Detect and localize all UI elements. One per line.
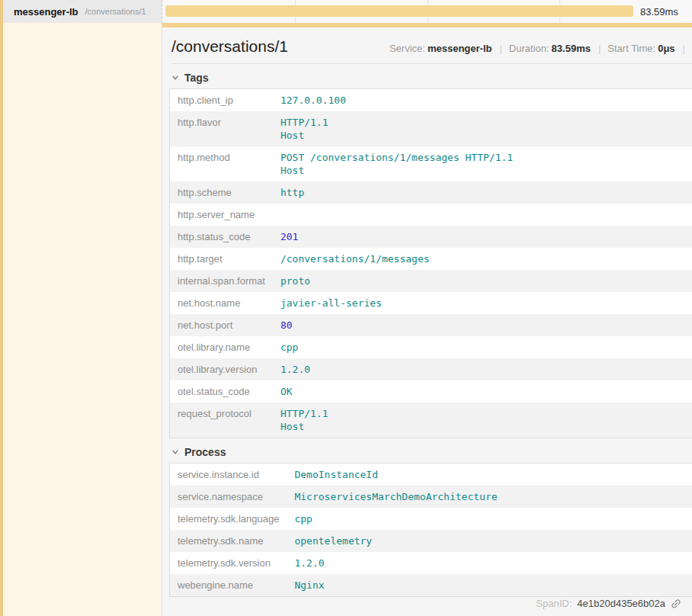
kv-key: service.namespace bbox=[170, 486, 287, 508]
kv-value: 80 bbox=[273, 314, 692, 336]
kv-value: proto bbox=[273, 270, 692, 292]
process-table: service.instance.idDemoInstanceIdservice… bbox=[169, 463, 692, 597]
tags-table: http.client_ip127.0.0.100http.flavorHTTP… bbox=[169, 88, 692, 438]
kv-value: opentelemetry bbox=[287, 530, 692, 552]
kv-key: service.instance.id bbox=[170, 464, 287, 486]
kv-key: otel.library.name bbox=[170, 336, 273, 358]
kv-key: http.method bbox=[170, 146, 273, 181]
span-detail-panel: /conversations/1 Service:messenger-lb|Du… bbox=[162, 23, 692, 616]
kv-value: Nginx bbox=[287, 574, 692, 597]
kv-key: telemetry.sdk.language bbox=[170, 508, 287, 530]
section-title: Process bbox=[184, 446, 226, 458]
kv-row: http.methodPOST /conversations/1/message… bbox=[170, 146, 692, 181]
kv-value: HTTP/1.1 Host bbox=[273, 403, 692, 438]
spanid-label: SpanID: bbox=[536, 598, 572, 609]
meta-separator: | bbox=[499, 43, 501, 54]
detail-body: /conversations/1 Service:messenger-lb|Du… bbox=[0, 23, 692, 616]
deep-link-icon[interactable] bbox=[671, 598, 681, 609]
kv-key: webengine.name bbox=[170, 574, 287, 597]
operation-name: /conversations/1 bbox=[85, 7, 146, 16]
kv-key: http.client_ip bbox=[170, 89, 273, 112]
kv-row: service.namespaceMicroservicesMarchDemoA… bbox=[170, 486, 692, 508]
kv-row: webengine.nameNginx bbox=[170, 574, 692, 597]
kv-key: telemetry.sdk.version bbox=[170, 552, 287, 574]
kv-row: otel.library.version1.2.0 bbox=[170, 358, 692, 380]
kv-row: http.flavorHTTP/1.1 Host bbox=[170, 111, 692, 146]
kv-row: telemetry.sdk.languagecpp bbox=[170, 508, 692, 530]
kv-key: http.target bbox=[170, 248, 273, 270]
kv-key: http.scheme bbox=[170, 181, 273, 204]
kv-value: 127.0.0.100 bbox=[273, 89, 692, 112]
kv-row: http.client_ip127.0.0.100 bbox=[170, 89, 692, 112]
kv-row: telemetry.sdk.version1.2.0 bbox=[170, 552, 692, 574]
kv-row: http.target/conversations/1/messages bbox=[170, 248, 692, 270]
service-name: messenger-lb bbox=[14, 6, 78, 18]
kv-row: otel.status_codeOK bbox=[170, 380, 692, 403]
detail-header: /conversations/1 Service:messenger-lb|Du… bbox=[162, 27, 692, 56]
meta-label: Start Time: bbox=[607, 43, 655, 54]
kv-row: net.host.port80 bbox=[170, 314, 692, 336]
chevron-down-icon bbox=[171, 448, 179, 456]
span-name-column bbox=[0, 23, 162, 616]
span-row: messenger-lb /conversations/1 83.59ms bbox=[0, 0, 692, 23]
kv-key: net.host.port bbox=[170, 314, 273, 336]
meta-value: 0μs bbox=[658, 43, 674, 54]
kv-value: MicroservicesMarchDemoArchitecture bbox=[287, 486, 692, 508]
kv-value: cpp bbox=[273, 336, 692, 358]
meta-value: messenger-lb bbox=[428, 43, 492, 54]
kv-key: net.host.name bbox=[170, 292, 273, 314]
span-row-header[interactable]: messenger-lb /conversations/1 bbox=[0, 0, 162, 23]
kv-row: http.server_name bbox=[170, 204, 692, 226]
kv-key: otel.library.version bbox=[170, 358, 273, 380]
kv-value bbox=[273, 204, 692, 226]
kv-key: http.server_name bbox=[170, 204, 273, 226]
spanid-value: 4e1b20d435e6b02a bbox=[577, 598, 665, 609]
kv-value: http bbox=[273, 181, 692, 204]
section-header-tags[interactable]: Tags bbox=[171, 72, 692, 84]
kv-row: net.host.namejavier-all-series bbox=[170, 292, 692, 314]
kv-key: telemetry.sdk.name bbox=[170, 530, 287, 552]
kv-row: otel.library.namecpp bbox=[170, 336, 692, 358]
kv-value: OK bbox=[273, 380, 692, 403]
trace-detail-view: messenger-lb /conversations/1 83.59ms /c… bbox=[0, 0, 692, 616]
kv-row: http.schemehttp bbox=[170, 181, 692, 204]
kv-value: HTTP/1.1 Host bbox=[273, 111, 692, 146]
meta-label: Duration: bbox=[509, 43, 549, 54]
kv-value: DemoInstanceId bbox=[287, 464, 692, 486]
kv-value: javier-all-series bbox=[273, 292, 692, 314]
header-divider bbox=[171, 63, 692, 64]
kv-value: /conversations/1/messages bbox=[273, 248, 692, 270]
kv-key: http.status_code bbox=[170, 226, 273, 248]
kv-row: http.status_code201 bbox=[170, 226, 692, 248]
kv-row: service.instance.idDemoInstanceId bbox=[170, 464, 692, 486]
kv-value: cpp bbox=[287, 508, 692, 530]
section-header-process[interactable]: Process bbox=[171, 446, 692, 458]
kv-row: telemetry.sdk.nameopentelemetry bbox=[170, 530, 692, 552]
kv-key: http.flavor bbox=[170, 111, 273, 146]
chevron-down-icon bbox=[171, 74, 179, 82]
kv-row: request_protocolHTTP/1.1 Host bbox=[170, 403, 692, 438]
kv-key: otel.status_code bbox=[170, 380, 273, 403]
kv-value: 1.2.0 bbox=[273, 358, 692, 380]
kv-row: internal.span.formatproto bbox=[170, 270, 692, 292]
meta-separator: | bbox=[683, 43, 685, 54]
meta-label: Service: bbox=[389, 43, 425, 54]
section-title: Tags bbox=[184, 72, 209, 84]
kv-value: 1.2.0 bbox=[287, 552, 692, 574]
span-duration-label: 83.59ms bbox=[640, 6, 678, 18]
span-meta: Service:messenger-lb|Duration:83.59ms|St… bbox=[389, 43, 692, 54]
operation-title: /conversations/1 bbox=[171, 37, 288, 56]
meta-separator: | bbox=[598, 43, 601, 54]
spanid-footer: SpanID: 4e1b20d435e6b02a bbox=[536, 598, 681, 609]
span-duration-bar[interactable] bbox=[165, 5, 633, 17]
meta-value: 83.59ms bbox=[552, 43, 591, 54]
kv-key: internal.span.format bbox=[170, 270, 273, 292]
kv-value: 201 bbox=[273, 226, 692, 248]
kv-value: POST /conversations/1/messages HTTP/1.1 … bbox=[273, 146, 692, 181]
span-timeline: 83.59ms bbox=[162, 0, 692, 23]
kv-key: request_protocol bbox=[170, 403, 273, 438]
